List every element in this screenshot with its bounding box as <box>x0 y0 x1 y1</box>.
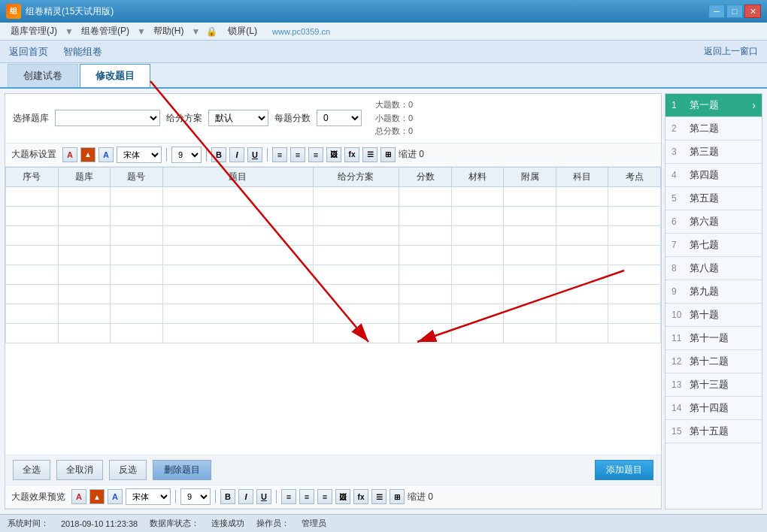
size-select-1[interactable]: 9 <box>171 147 202 163</box>
align-center-btn-2[interactable]: ≡ <box>299 489 314 504</box>
delete-button[interactable]: 删除题目 <box>153 460 211 480</box>
title-bar-left: 组 组卷精灵(15天试用版) <box>6 4 114 19</box>
col-point: 考点 <box>608 167 661 186</box>
section-name: 第三题 <box>690 145 719 159</box>
section-name: 第十一题 <box>690 331 729 345</box>
section-item-8[interactable]: 8 第八题 <box>665 257 762 280</box>
add-button[interactable]: 添加题目 <box>595 460 653 480</box>
watermark: www.pc0359.cn <box>272 27 330 36</box>
align-center-btn-1[interactable]: ≡ <box>290 147 305 162</box>
col-bank: 题库 <box>58 167 111 186</box>
section-item-1[interactable]: 1 第一题 › <box>665 94 762 117</box>
table-row <box>6 284 661 304</box>
nav-back[interactable]: 返回上一窗口 <box>704 45 758 58</box>
section-name: 第八题 <box>690 261 719 275</box>
section-arrow: › <box>752 99 756 111</box>
bold-btn-2[interactable]: B <box>220 489 235 504</box>
italic-btn-1[interactable]: I <box>229 147 244 162</box>
section-num: 7 <box>672 240 685 250</box>
list-btn-1[interactable]: ☰ <box>362 147 377 162</box>
nav-links: 返回首页 智能组卷 <box>9 45 102 59</box>
select-all-button[interactable]: 全选 <box>13 460 50 480</box>
font-select-1[interactable]: 宋体 <box>117 147 162 163</box>
window-controls: ─ □ ✕ <box>708 5 761 18</box>
section-item-10[interactable]: 10 第十题 <box>665 304 762 327</box>
list-btn-2[interactable]: ☰ <box>371 489 387 504</box>
highlight-btn-2[interactable]: ▲ <box>89 489 105 504</box>
menu-item-help[interactable]: 帮助(H) <box>149 23 189 39</box>
section-num: 11 <box>672 333 685 343</box>
section-item-13[interactable]: 13 第十三题 <box>665 373 762 397</box>
big-count: 大题数：0 <box>375 98 413 112</box>
section-item-5[interactable]: 5 第五题 <box>665 187 762 210</box>
size-select-2[interactable]: 9 <box>180 488 211 505</box>
section-item-7[interactable]: 7 第七题 <box>665 234 762 257</box>
table-btn-2[interactable]: ⊞ <box>390 489 405 504</box>
section-item-9[interactable]: 9 第九题 <box>665 280 762 304</box>
font-select-2[interactable]: 宋体 <box>126 488 171 505</box>
section-item-2[interactable]: 2 第二题 <box>665 117 762 141</box>
nav-bar: 返回首页 智能组卷 返回上一窗口 <box>0 41 767 63</box>
deselect-all-button[interactable]: 全取消 <box>56 460 103 480</box>
app-title: 组卷精灵(15天试用版) <box>26 5 114 18</box>
section-name: 第九题 <box>690 285 719 298</box>
main-content: 选择题库 给分方案 默认 每题分数 0 大题数：0 小题数：0 总分数：0 大题… <box>0 89 767 514</box>
section-item-12[interactable]: 12 第十二题 <box>665 350 762 373</box>
section-name: 第十三题 <box>690 378 729 391</box>
section-num: 14 <box>672 403 685 413</box>
font-color-red-btn-2[interactable]: A <box>71 489 86 504</box>
toolbar-row-1: 大题标设置 A ▲ A 宋体 9 B I U ≡ ≡ ≡ 🖼 fx ☰ ⊞ 缩进… <box>5 144 661 167</box>
font-color-blue-btn-2[interactable]: A <box>108 489 123 504</box>
section-num: 12 <box>672 356 685 367</box>
minimize-button[interactable]: ─ <box>708 5 725 18</box>
font-color-red-btn[interactable]: A <box>62 147 77 162</box>
menu-item-lock[interactable]: 锁屏(L) <box>223 23 262 39</box>
menu-item-compose[interactable]: 组卷管理(P) <box>77 23 134 39</box>
sep3 <box>267 148 268 162</box>
font-color-blue-btn[interactable]: A <box>99 147 114 162</box>
bank-label: 选择题库 <box>13 112 49 125</box>
nav-home[interactable]: 返回首页 <box>9 45 48 59</box>
invert-button[interactable]: 反选 <box>109 460 147 480</box>
align-right-btn-2[interactable]: ≡ <box>317 489 332 504</box>
table-row <box>6 206 661 225</box>
image-btn-1[interactable]: 🖼 <box>326 147 341 162</box>
menu-item-bank[interactable]: 题库管理(J) <box>6 23 62 39</box>
bold-btn-1[interactable]: B <box>211 147 226 162</box>
section-item-11[interactable]: 11 第十一题 <box>665 327 762 350</box>
image-btn-2[interactable]: 🖼 <box>335 489 350 504</box>
underline-btn-1[interactable]: U <box>247 147 262 162</box>
italic-btn-2[interactable]: I <box>238 489 253 504</box>
section-num: 3 <box>672 147 685 157</box>
sections-list: 1 第一题 › 2 第二题 3 第三题 4 第四题 5 第五题 6 第六题 7 … <box>665 94 762 443</box>
section-num: 1 <box>672 100 685 110</box>
col-attach: 附属 <box>504 167 556 186</box>
indent-label-2: 缩进 0 <box>408 491 433 503</box>
close-button[interactable]: ✕ <box>744 5 761 18</box>
table-area: 序号 题库 题号 题目 给分方案 分数 材料 附属 科目 考点 <box>5 167 661 455</box>
bank-select[interactable] <box>55 110 160 126</box>
formula-btn-1[interactable]: fx <box>344 147 359 162</box>
section-item-3[interactable]: 3 第三题 <box>665 141 762 164</box>
section-item-4[interactable]: 4 第四题 <box>665 164 762 187</box>
formula-btn-2[interactable]: fx <box>353 489 368 504</box>
section-item-15[interactable]: 15 第十五题 <box>665 420 762 443</box>
title-bar: 组 组卷精灵(15天试用版) ─ □ ✕ <box>0 0 767 23</box>
underline-btn-2[interactable]: U <box>256 489 271 504</box>
align-left-btn-1[interactable]: ≡ <box>272 147 287 162</box>
align-right-btn-1[interactable]: ≡ <box>308 147 323 162</box>
restore-button[interactable]: □ <box>726 5 743 18</box>
tab-create[interactable]: 创建试卷 <box>8 64 78 87</box>
score-plan-select[interactable]: 默认 <box>208 110 268 126</box>
nav-intelligent[interactable]: 智能组卷 <box>63 45 102 59</box>
highlight-btn[interactable]: ▲ <box>80 147 95 162</box>
table-row <box>6 264 661 284</box>
align-left-btn-2[interactable]: ≡ <box>281 489 296 504</box>
action-row: 全选 全取消 反选 删除题目 添加题目 <box>5 455 661 485</box>
tab-modify[interactable]: 修改题目 <box>80 64 150 87</box>
section-name: 第六题 <box>690 215 719 228</box>
table-btn-1[interactable]: ⊞ <box>380 147 396 162</box>
section-item-14[interactable]: 14 第十四题 <box>665 397 762 420</box>
section-item-6[interactable]: 6 第六题 <box>665 210 762 234</box>
per-score-select[interactable]: 0 <box>317 110 362 126</box>
